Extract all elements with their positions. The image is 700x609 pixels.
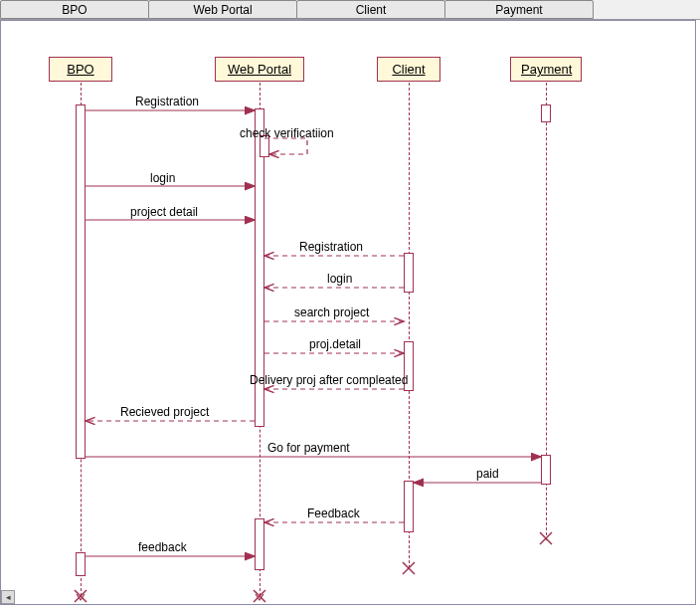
scroll-left-button[interactable]: ◂ bbox=[1, 590, 15, 604]
msg-paid: paid bbox=[476, 467, 499, 481]
msg-feedback-2: feedback bbox=[138, 540, 187, 554]
tab-client[interactable]: Client bbox=[296, 0, 445, 19]
tab-bar: BPO Web Portal Client Payment bbox=[0, 0, 700, 20]
msg-login-1: login bbox=[150, 171, 175, 185]
msg-project-detail: project detail bbox=[130, 205, 198, 219]
msg-search-project: search project bbox=[294, 305, 369, 319]
msg-login-2: login bbox=[327, 272, 352, 286]
diagram-canvas[interactable]: BPO Web Portal Client Payment bbox=[0, 20, 696, 605]
msg-feedback-1: Feedback bbox=[307, 507, 360, 520]
tab-bpo[interactable]: BPO bbox=[0, 0, 149, 19]
msg-delivery: Delivery proj after compleated bbox=[250, 373, 408, 387]
msg-go-for-payment: Go for payment bbox=[267, 441, 350, 455]
tab-payment[interactable]: Payment bbox=[444, 0, 594, 19]
msg-registration-2: Registration bbox=[299, 240, 363, 254]
msg-check-verification: check verificatiion bbox=[240, 126, 334, 140]
tab-webportal[interactable]: Web Portal bbox=[148, 0, 297, 19]
msg-registration-1: Registration bbox=[135, 95, 199, 108]
msg-received-project: Recieved project bbox=[120, 405, 209, 419]
msg-proj-detail: proj.detail bbox=[309, 337, 361, 351]
